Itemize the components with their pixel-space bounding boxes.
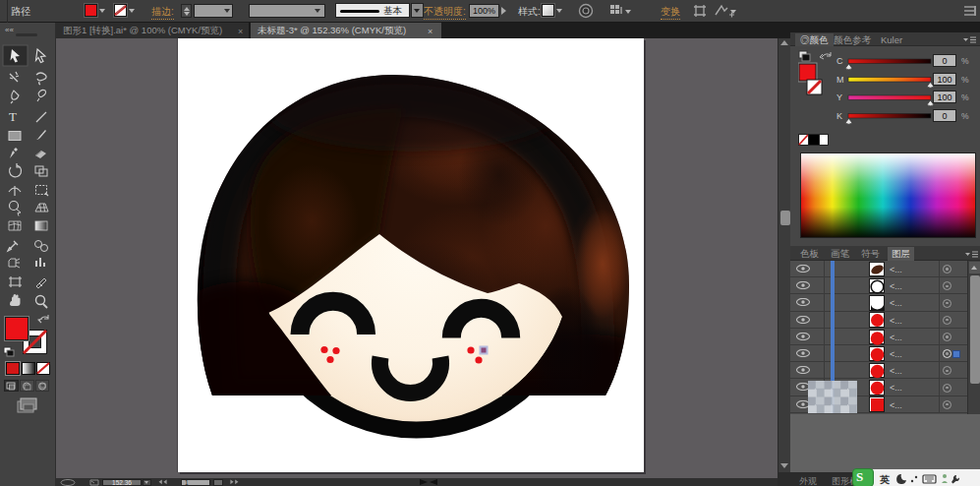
svg-text:T: T (9, 109, 17, 124)
